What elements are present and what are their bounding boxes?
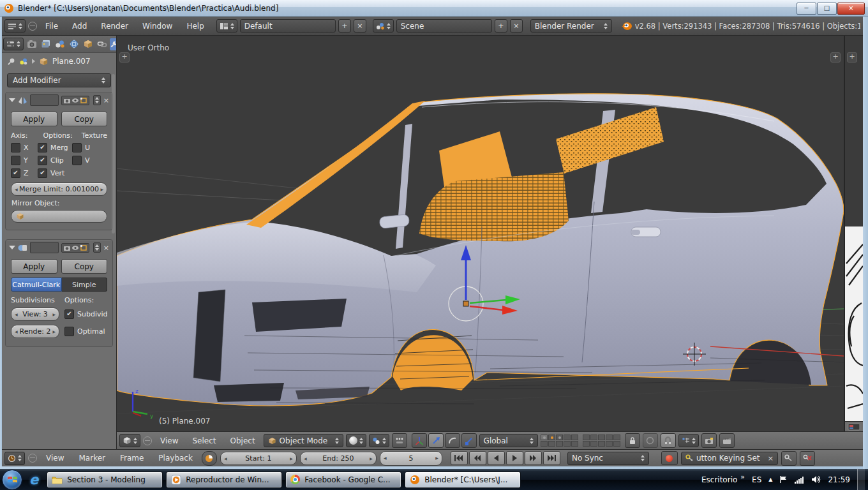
layer-cell[interactable] <box>606 441 613 447</box>
layer-cell[interactable] <box>598 441 605 447</box>
manipulator-toggle-button[interactable] <box>412 433 427 448</box>
layers-widget-a[interactable] <box>541 434 580 447</box>
axis-x-checkbox[interactable] <box>11 143 20 152</box>
mode-dropdown[interactable]: Object Mode <box>264 434 343 447</box>
layer-cell[interactable] <box>548 441 555 447</box>
modifier-display-toggles[interactable] <box>61 243 89 253</box>
axis-z-checkbox[interactable]: ✔ <box>11 168 20 178</box>
layer-cell[interactable] <box>590 434 597 440</box>
menu-select[interactable]: Select <box>186 436 221 445</box>
pivot-point-dropdown[interactable] <box>369 434 389 447</box>
layer-cell[interactable] <box>613 434 620 440</box>
toolbar-region-toggle[interactable]: + <box>119 52 130 63</box>
menu-tl-frame[interactable]: Frame <box>114 454 149 463</box>
modifier-display-toggles[interactable] <box>61 96 89 105</box>
menu-window[interactable]: Window <box>137 22 178 31</box>
layer-cell[interactable] <box>556 441 563 447</box>
taskbar-button-wmp[interactable]: Reproductor de Win... <box>166 471 282 488</box>
tab-world[interactable] <box>68 38 80 50</box>
screen-layout-field[interactable]: Default <box>240 19 336 33</box>
editor-type-selector-timeline[interactable] <box>4 452 25 465</box>
start-button[interactable] <box>2 470 22 490</box>
rotate-manipulator-button[interactable] <box>445 433 460 448</box>
manipulate-center-points-button[interactable] <box>392 433 407 448</box>
viewport-canvas[interactable]: z y <box>117 36 844 431</box>
tab-render-layers[interactable] <box>40 38 52 50</box>
modifier-name-field[interactable] <box>30 94 59 106</box>
menu-tl-marker[interactable]: Marker <box>73 454 110 463</box>
layer-cell[interactable] <box>571 434 578 440</box>
layer-cell[interactable] <box>590 441 597 447</box>
show-desktop-button[interactable] <box>857 469 865 490</box>
add-scene-button[interactable]: + <box>495 19 507 33</box>
tab-render[interactable] <box>26 38 38 50</box>
collapse-menus-icon[interactable] <box>143 436 152 445</box>
merge-limit-slider[interactable]: Merge Limit: 0.001000 <box>11 182 107 196</box>
layer-cell[interactable] <box>598 434 605 440</box>
subdivide-uvs-checkbox[interactable]: ✔ <box>64 309 74 319</box>
layer-cell[interactable] <box>541 441 548 447</box>
viewport-shading-dropdown[interactable] <box>346 434 366 447</box>
editor-type-selector-properties[interactable] <box>3 38 24 50</box>
viewport-3d[interactable]: z y User Ortho (5) Plane.007 + + <box>117 36 844 431</box>
texture-u-checkbox[interactable] <box>72 143 82 152</box>
menu-file[interactable]: File <box>40 22 64 31</box>
delete-keyframe-button[interactable] <box>800 451 815 466</box>
layer-cell[interactable] <box>564 441 571 447</box>
taskbar-button-blender[interactable]: Blender* [C:\Users\J... <box>405 471 521 488</box>
editmode-toggle-icon[interactable] <box>80 97 87 104</box>
taskbar-button-folder[interactable]: Section 3 - Modeling <box>47 471 163 488</box>
add-modifier-dropdown[interactable]: Add Modifier <box>7 73 111 87</box>
opengl-render-button[interactable] <box>701 433 717 448</box>
snap-element-dropdown[interactable] <box>678 434 699 447</box>
delete-modifier-icon[interactable]: × <box>103 96 109 105</box>
delete-layout-button[interactable]: × <box>354 19 366 33</box>
subsurf-apply-button[interactable]: Apply <box>11 259 57 274</box>
next-keyframe-button[interactable] <box>525 451 542 465</box>
action-center-flag-icon[interactable] <box>779 475 788 484</box>
menu-view[interactable]: View <box>154 436 184 445</box>
mirror-copy-button[interactable]: Copy <box>61 112 108 126</box>
opengl-render-anim-button[interactable] <box>719 433 735 448</box>
properties-region-toggle[interactable]: + <box>830 52 841 63</box>
jump-to-end-button[interactable] <box>543 451 560 465</box>
merge-checkbox[interactable]: ✔ <box>38 143 47 152</box>
scene-field[interactable]: Scene <box>396 19 492 33</box>
clear-keying-set-icon[interactable]: × <box>768 454 774 463</box>
vertex-groups-checkbox[interactable]: ✔ <box>38 168 47 178</box>
translate-manipulator-button[interactable] <box>428 433 444 448</box>
jump-to-start-button[interactable] <box>451 451 468 465</box>
simple-option[interactable]: Simple <box>62 278 107 292</box>
view-subdivisions-field[interactable]: View: 3 <box>11 308 59 321</box>
snap-toggle-button[interactable] <box>661 433 676 448</box>
texture-v-checkbox[interactable] <box>72 156 82 165</box>
prev-keyframe-button[interactable] <box>469 451 486 465</box>
collapse-menus-icon[interactable] <box>28 22 37 31</box>
tab-object[interactable] <box>82 38 94 50</box>
insert-keyframe-button[interactable] <box>781 451 797 466</box>
move-modifier-buttons[interactable] <box>93 95 101 105</box>
tray-desktop-label[interactable]: Escritorio <box>701 475 737 484</box>
layer-cell[interactable] <box>606 434 613 440</box>
editor-type-selector-info[interactable] <box>4 19 26 33</box>
menu-render[interactable]: Render <box>95 22 134 31</box>
menu-object[interactable]: Object <box>225 436 261 445</box>
render-engine-dropdown[interactable]: Blender Render <box>530 19 612 33</box>
properties-scrollbar[interactable] <box>112 74 115 234</box>
taskbar-button-chrome[interactable]: Facebook - Google C... <box>285 471 401 488</box>
expand-modifier-icon[interactable] <box>9 98 15 102</box>
mirror-apply-button[interactable]: Apply <box>11 112 57 126</box>
side-viewport-header[interactable] <box>845 421 863 431</box>
close-button[interactable]: × <box>837 3 865 15</box>
keying-set-field[interactable]: utton Keying Set × <box>681 452 778 465</box>
layers-widget-b[interactable] <box>583 434 622 447</box>
editmode-toggle-icon[interactable] <box>80 244 87 251</box>
current-frame-field[interactable]: 5 <box>380 451 442 466</box>
eye-toggle-icon[interactable] <box>71 97 79 104</box>
add-layout-button[interactable]: + <box>338 19 351 33</box>
render-subdivisions-field[interactable]: Rende: 2 <box>11 325 59 338</box>
scene-icon-button[interactable] <box>373 19 394 33</box>
play-button[interactable] <box>506 451 523 465</box>
scale-manipulator-button[interactable] <box>461 433 477 448</box>
auto-keyframe-button[interactable] <box>661 451 678 465</box>
